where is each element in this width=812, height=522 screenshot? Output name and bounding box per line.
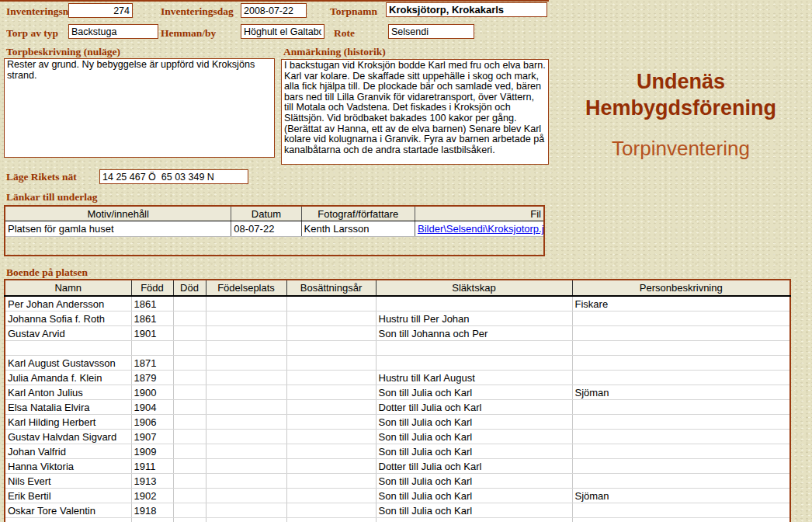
cell-bosattningsar — [286, 326, 376, 341]
table-row: Erik Bertil 1902 Son till Julia och Karl… — [5, 489, 790, 503]
cell-fodelseplats — [206, 503, 286, 518]
cell-slaktskap: Hustru till Per Johan — [376, 311, 572, 326]
cell-fodd — [131, 341, 173, 356]
torpbeskrivning-textarea[interactable]: Rester av grund. Ny bebyggelse är uppför… — [4, 58, 275, 158]
cell-personbeskrivning — [572, 371, 790, 385]
cell-slaktskap: Son till Julia och Karl — [376, 474, 572, 489]
residents-header-row: Namn Född Död Födelseplats Bosättningsår… — [5, 280, 790, 296]
cell-fodelseplats — [206, 296, 286, 311]
cell-slaktskap: Son till Julia och Karl — [376, 444, 572, 459]
cell-personbeskrivning — [572, 356, 790, 371]
links-heading: Länkar till underlag — [6, 191, 98, 204]
cell-namn: Karl Hilding Herbert — [5, 415, 131, 430]
cell-fodd: 1911 — [131, 459, 173, 474]
top-divider — [0, 0, 549, 2]
cell-slaktskap: Dotter till Julia och Karl — [376, 459, 572, 474]
cell-namn: Oskar Tore Valentin — [5, 503, 131, 518]
cell-bosattningsar — [286, 474, 376, 489]
cell-slaktskap: Son till Julia och Karl — [376, 430, 572, 444]
cell-bosattningsar — [286, 503, 376, 518]
cell-dod — [173, 518, 206, 522]
cell-dod — [173, 356, 206, 371]
cell-namn: Johan Valfrid — [5, 444, 131, 459]
cell-slaktskap — [376, 356, 572, 371]
org-subtitle: Torpinventering — [553, 137, 809, 161]
cell-personbeskrivning — [572, 430, 790, 444]
cell-slaktskap: Son till Julia och Karl — [376, 489, 572, 503]
cell-namn: Gustav Halvdan Sigvard — [5, 430, 131, 444]
cell-namn: Gustav Arvid — [5, 326, 131, 341]
cell-dod — [173, 326, 206, 341]
cell-bosattningsar — [286, 341, 376, 356]
anmarkning-textarea[interactable]: I backstugan vid Kroksjön bodde Karl med… — [281, 59, 549, 165]
torpbeskrivning-heading: Torpbeskrivning (nuläge) — [6, 46, 120, 58]
anmarkning-heading: Anmärkning (historik) — [283, 46, 386, 58]
residents-heading: Boende på platsen — [6, 266, 88, 279]
cell-dod — [173, 503, 206, 518]
cell-fodelseplats — [206, 371, 286, 385]
residents-header-slaktskap: Släktskap — [376, 280, 572, 296]
cell-namn: Hanna Viktoria — [5, 459, 131, 474]
cell-personbeskrivning — [572, 326, 790, 341]
links-row: Platsen för gamla huset 08-07-22 Kenth L… — [5, 221, 544, 237]
cell-fodd: 1904 — [131, 400, 173, 415]
cell-fodd: 1913 — [131, 474, 173, 489]
cell-bosattningsar — [286, 311, 376, 326]
cell-namn: Johanna Sofia f. Roth — [5, 311, 131, 326]
org-title-line2: Hembygdsförening — [585, 96, 776, 120]
cell-namn — [5, 341, 131, 356]
cell-personbeskrivning — [572, 311, 790, 326]
table-row: Johan Valfrid 1909 Son till Julia och Ka… — [5, 444, 790, 459]
inventeringsdag-input[interactable] — [241, 3, 307, 18]
residents-header-fodelseplats: Födelseplats — [206, 280, 286, 296]
file-link[interactable]: Bilder\Selsendi\Kroksjotorp.j — [418, 223, 544, 235]
cell-personbeskrivning: Sjöman — [572, 385, 790, 400]
cell-namn: Nils Evert — [5, 474, 131, 489]
cell-fodd: 1861 — [131, 311, 173, 326]
cell-fodd: 1871 — [131, 356, 173, 371]
cell-personbeskrivning — [572, 341, 790, 356]
cell-personbeskrivning — [572, 444, 790, 459]
cell-dod — [173, 400, 206, 415]
table-row: Gustav Halvdan Sigvard 1907 Son till Jul… — [5, 430, 790, 444]
cell-fodd: 1902 — [131, 489, 173, 503]
cell-bosattningsar — [286, 296, 376, 311]
cell-slaktskap: Son till Johanna och Per — [376, 326, 572, 341]
torpnamn-input[interactable] — [386, 2, 547, 17]
cell-slaktskap — [376, 341, 572, 356]
links-header-fotograf: Fotograf/författare — [301, 206, 415, 221]
cell-fodelseplats — [206, 430, 286, 444]
cell-personbeskrivning — [572, 415, 790, 430]
residents-header-dod: Död — [173, 280, 206, 296]
hemman-by-input[interactable] — [241, 24, 324, 39]
cell-fodd: 1918 — [131, 503, 173, 518]
cell-bosattningsar — [286, 489, 376, 503]
cell-dod — [173, 415, 206, 430]
table-row: Gustav Arvid 1901 Son till Johanna och P… — [5, 326, 790, 341]
links-header-fil: Fil — [415, 206, 544, 221]
cell-fodd: 1906 — [131, 415, 173, 430]
cell-dod — [173, 385, 206, 400]
table-row: Oskar Tore Valentin 1918 Son till Julia … — [5, 503, 790, 518]
cell-fodd: 1879 — [131, 371, 173, 385]
torpinventering-page: Inventeringsnr Inventeringsdag Torpnamn … — [0, 0, 812, 522]
torp-av-typ-input[interactable] — [68, 24, 158, 39]
table-row: Karl Anton Julius 1900 Son till Julia oc… — [5, 385, 790, 400]
cell-namn: Julia Amanda f. Klein — [5, 371, 131, 385]
residents-header-personbeskrivning: Personbeskrivning — [572, 280, 790, 296]
cell-fodelseplats — [206, 444, 286, 459]
rote-input[interactable] — [388, 24, 474, 39]
table-row — [5, 341, 790, 356]
lage-input[interactable] — [99, 169, 248, 184]
cell-dod — [173, 371, 206, 385]
org-title: UndenäsHembygdsförening — [553, 68, 809, 121]
cell-slaktskap: Hustru till Karl August — [376, 371, 572, 385]
residents-header-bosattningsar: Bosättningsår — [286, 280, 376, 296]
cell-dod — [173, 430, 206, 444]
residents-body: Per Johan Andersson 1861 Fiskare Johanna… — [5, 296, 790, 522]
cell-fodelseplats — [206, 400, 286, 415]
links-header-motiv: Motiv/innehåll — [5, 206, 231, 221]
inventeringsnr-input[interactable] — [68, 3, 133, 18]
cell-slaktskap: Son till Julia och Karl — [376, 385, 572, 400]
table-row: Sven Linus Tage 1923 Son till Julia och … — [5, 518, 790, 522]
